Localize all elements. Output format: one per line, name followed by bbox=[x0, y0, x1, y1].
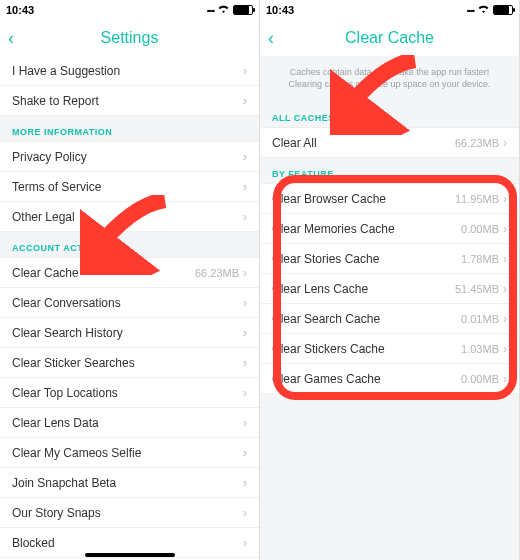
signal-icon: •••• bbox=[207, 6, 214, 15]
row-label: Clear Search Cache bbox=[272, 312, 380, 326]
row-label: Join Snapchat Beta bbox=[12, 476, 116, 490]
chevron-right-icon: › bbox=[243, 356, 247, 370]
battery-icon bbox=[493, 5, 513, 15]
chevron-right-icon: › bbox=[503, 252, 507, 266]
row-clear-conversations[interactable]: Clear Conversations› bbox=[0, 288, 259, 318]
row-games-cache[interactable]: Clear Games Cache0.00MB› bbox=[260, 364, 519, 394]
row-our-story[interactable]: Our Story Snaps› bbox=[0, 498, 259, 528]
status-right: •••• bbox=[467, 4, 513, 16]
cache-size: 11.95MB bbox=[455, 193, 499, 205]
row-lens-cache[interactable]: Clear Lens Cache51.45MB› bbox=[260, 274, 519, 304]
row-label: I Have a Suggestion bbox=[12, 64, 120, 78]
row-browser-cache[interactable]: Clear Browser Cache11.95MB› bbox=[260, 184, 519, 214]
row-trailing: 51.45MB› bbox=[455, 282, 507, 296]
status-right: •••• bbox=[207, 4, 253, 16]
row-clear-all[interactable]: Clear All66.23MB› bbox=[260, 128, 519, 158]
chevron-right-icon: › bbox=[243, 296, 247, 310]
row-label: Clear Lens Data bbox=[12, 416, 99, 430]
row-memories-cache[interactable]: Clear Memories Cache0.00MB› bbox=[260, 214, 519, 244]
chevron-right-icon: › bbox=[503, 312, 507, 326]
nav-bar: ‹ Clear Cache bbox=[260, 20, 519, 56]
nav-bar: ‹ Settings bbox=[0, 20, 259, 56]
chevron-right-icon: › bbox=[243, 476, 247, 490]
wifi-icon bbox=[477, 4, 490, 16]
row-clear-cameos[interactable]: Clear My Cameos Selfie› bbox=[0, 438, 259, 468]
chevron-right-icon: › bbox=[243, 150, 247, 164]
battery-icon bbox=[233, 5, 253, 15]
row-tos[interactable]: Terms of Service› bbox=[0, 172, 259, 202]
page-title: Clear Cache bbox=[345, 29, 434, 47]
section-all-caches: ALL CACHES bbox=[260, 102, 519, 128]
cache-list[interactable]: Caches contain data that make the app ru… bbox=[260, 56, 519, 560]
chevron-right-icon: › bbox=[503, 192, 507, 206]
cache-size: 66.23MB bbox=[195, 267, 239, 279]
chevron-right-icon: › bbox=[503, 342, 507, 356]
row-join-beta[interactable]: Join Snapchat Beta› bbox=[0, 468, 259, 498]
chevron-right-icon: › bbox=[243, 416, 247, 430]
row-trailing: 1.78MB› bbox=[461, 252, 507, 266]
home-indicator[interactable] bbox=[85, 553, 175, 557]
row-label: Clear Top Locations bbox=[12, 386, 118, 400]
status-bar: 10:43 •••• bbox=[0, 0, 259, 20]
back-button[interactable]: ‹ bbox=[8, 28, 14, 49]
chevron-right-icon: › bbox=[503, 222, 507, 236]
phone-settings: 10:43 •••• ‹ Settings I Have a Suggestio… bbox=[0, 0, 260, 560]
row-label: Blocked bbox=[12, 536, 55, 550]
status-time: 10:43 bbox=[6, 4, 34, 16]
row-label: Privacy Policy bbox=[12, 150, 87, 164]
chevron-right-icon: › bbox=[243, 180, 247, 194]
row-stickers-cache[interactable]: Clear Stickers Cache1.03MB› bbox=[260, 334, 519, 364]
row-clear-search-history[interactable]: Clear Search History› bbox=[0, 318, 259, 348]
row-clear-cache[interactable]: Clear Cache66.23MB› bbox=[0, 258, 259, 288]
row-trailing: 0.00MB› bbox=[461, 222, 507, 236]
cache-size: 0.00MB bbox=[461, 223, 499, 235]
phone-clear-cache: 10:43 •••• ‹ Clear Cache Caches contain … bbox=[260, 0, 520, 560]
chevron-right-icon: › bbox=[503, 136, 507, 150]
row-label: Other Legal bbox=[12, 210, 75, 224]
row-trailing: 11.95MB› bbox=[455, 192, 507, 206]
row-label: Clear Games Cache bbox=[272, 372, 381, 386]
row-trailing: 0.01MB› bbox=[461, 312, 507, 326]
row-trailing: 0.00MB› bbox=[461, 372, 507, 386]
wifi-icon bbox=[217, 4, 230, 16]
chevron-right-icon: › bbox=[503, 372, 507, 386]
row-legal[interactable]: Other Legal› bbox=[0, 202, 259, 232]
cache-size: 51.45MB bbox=[455, 283, 499, 295]
status-bar: 10:43 •••• bbox=[260, 0, 519, 20]
row-shake[interactable]: Shake to Report› bbox=[0, 86, 259, 116]
row-trailing: 66.23MB› bbox=[455, 136, 507, 150]
cache-size: 1.78MB bbox=[461, 253, 499, 265]
section-account-actions: ACCOUNT ACTIONS bbox=[0, 232, 259, 258]
row-label: Clear Stories Cache bbox=[272, 252, 379, 266]
row-clear-lens-data[interactable]: Clear Lens Data› bbox=[0, 408, 259, 438]
row-label: Clear Browser Cache bbox=[272, 192, 386, 206]
chevron-right-icon: › bbox=[243, 266, 247, 280]
chevron-right-icon: › bbox=[243, 446, 247, 460]
status-time: 10:43 bbox=[266, 4, 294, 16]
chevron-right-icon: › bbox=[243, 326, 247, 340]
cache-size: 0.01MB bbox=[461, 313, 499, 325]
row-clear-sticker-searches[interactable]: Clear Sticker Searches› bbox=[0, 348, 259, 378]
chevron-right-icon: › bbox=[243, 536, 247, 550]
chevron-right-icon: › bbox=[243, 506, 247, 520]
chevron-right-icon: › bbox=[243, 94, 247, 108]
row-label: Our Story Snaps bbox=[12, 506, 101, 520]
back-button[interactable]: ‹ bbox=[268, 28, 274, 49]
cache-size: 0.00MB bbox=[461, 373, 499, 385]
row-stories-cache[interactable]: Clear Stories Cache1.78MB› bbox=[260, 244, 519, 274]
chevron-right-icon: › bbox=[243, 210, 247, 224]
row-label: Clear All bbox=[272, 136, 317, 150]
chevron-right-icon: › bbox=[243, 64, 247, 78]
row-label: Clear Conversations bbox=[12, 296, 121, 310]
row-privacy[interactable]: Privacy Policy› bbox=[0, 142, 259, 172]
row-search-cache[interactable]: Clear Search Cache0.01MB› bbox=[260, 304, 519, 334]
chevron-right-icon: › bbox=[503, 282, 507, 296]
row-label: Clear Cache bbox=[12, 266, 79, 280]
row-suggestion[interactable]: I Have a Suggestion› bbox=[0, 56, 259, 86]
row-label: Clear Sticker Searches bbox=[12, 356, 135, 370]
page-title: Settings bbox=[101, 29, 159, 47]
row-clear-top-locations[interactable]: Clear Top Locations› bbox=[0, 378, 259, 408]
section-more-info: MORE INFORMATION bbox=[0, 116, 259, 142]
settings-list[interactable]: I Have a Suggestion› Shake to Report› MO… bbox=[0, 56, 259, 560]
section-by-feature: BY FEATURE bbox=[260, 158, 519, 184]
